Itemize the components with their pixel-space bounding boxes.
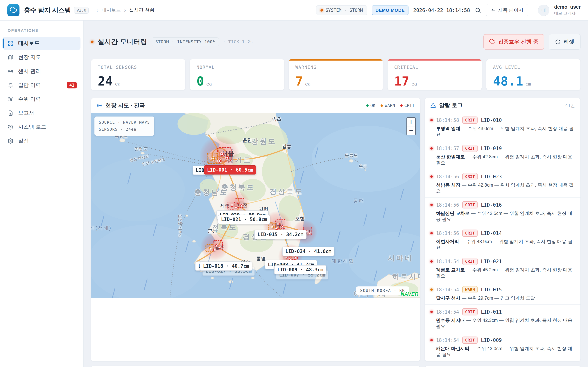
stat-accent-bar	[289, 59, 383, 60]
alarm-level-badge: CRIT	[462, 230, 477, 237]
sidebar-item[interactable]: 수위 이력	[3, 92, 80, 106]
map-place-label: 독도	[358, 163, 367, 169]
sensor-tooltip[interactable]: LID-018 · 40.7cm	[200, 261, 252, 271]
sensor-pin-icon	[220, 152, 224, 156]
sensor-tooltip[interactable]: LID-021 · 50.8cm	[218, 215, 270, 224]
map-source-line: SOURCE · NAVER MAPS	[99, 119, 150, 126]
alarm-entry[interactable]: 18:14:57 CRIT LID-019 둔산 한밭대로— 수위 42.8cm…	[425, 141, 580, 169]
sensor-tooltip[interactable]: LID-024 · 41.0cm	[282, 247, 334, 256]
stat-unit: ea	[115, 81, 121, 87]
map-place-label: 연평도	[134, 146, 147, 152]
main-content: 실시간 모니터링 STORM · INTENSITY 100% · TICK 1…	[84, 21, 588, 367]
monitor-header: 실시간 모니터링 STORM · INTENSITY 100% · TICK 1…	[91, 32, 581, 52]
stat-accent-bar	[388, 59, 482, 60]
alarm-time: 18:14:54	[436, 309, 459, 315]
sidebar-item-icon	[8, 41, 13, 46]
alarm-level-badge: CRIT	[462, 258, 477, 265]
sidebar-item-label: 수위 이력	[18, 95, 41, 103]
alarm-entry[interactable]: 18:14:58 CRIT LID-010 부평역 일대— 수위 43.0cm …	[425, 113, 580, 141]
stat-unit: ea	[206, 81, 212, 87]
system-status-label: SYSTEM · STORM	[326, 8, 363, 13]
storm-in-progress-button[interactable]: 집중호우 진행 중	[484, 34, 544, 50]
product-page-button[interactable]: 제품 페이지	[486, 4, 528, 16]
alarm-time: 18:14:57	[436, 146, 459, 151]
trend-panel: 수위 트렌드 · 강남역 교차로 CRIT LID-001 강남역 교차로 서울…	[91, 366, 420, 367]
sensor-pin-icon	[294, 256, 296, 259]
alarm-level-badge: CRIT	[462, 173, 477, 180]
zoom-in-button[interactable]: +	[407, 118, 415, 126]
alarm-message: 둔산 한밭대로— 수위 42.8cm — 위험 임계치 초과, 즉시 현장 대응…	[436, 154, 575, 166]
sensor-tooltip[interactable]: LID-001 · 60.5cm	[204, 165, 256, 175]
sidebar-item-icon	[8, 110, 13, 116]
breadcrumb-current: 실시간 현황	[129, 7, 154, 13]
alarm-entry[interactable]: 18:14:54 CRIT LID-009 해운대 마린시티— 수위 43.0c…	[425, 333, 580, 361]
sidebar-item[interactable]: 대시보드	[3, 37, 80, 50]
alarm-sensor-id: LID-011	[481, 309, 502, 315]
sensor-pin-icon	[277, 223, 280, 225]
alarm-location: 부평역 일대	[436, 126, 460, 131]
alarm-location: 하남산단 교차로	[436, 211, 469, 216]
sensor-pin-icon	[211, 156, 216, 161]
map-place-label: 인천항-제주도	[178, 214, 183, 238]
sidebar-item-icon	[8, 124, 13, 130]
stat-cards: TOTAL SENSORS 24 ea NORMAL 0 ea WARNING	[91, 59, 581, 90]
alarm-sensor-id: LID-019	[481, 146, 502, 151]
stat-value: 24	[98, 74, 113, 88]
alarm-level-dot	[430, 204, 433, 206]
map-place-label: 히로시마	[392, 272, 420, 281]
alarm-location: 계룡로 교차로	[436, 267, 465, 272]
reset-button[interactable]: 리셋	[549, 34, 581, 50]
alarm-entry[interactable]: 18:14:56 CRIT LID-016 하남산단 교차로— 수위 42.5c…	[425, 198, 580, 226]
map-place-label: 속초	[272, 116, 282, 122]
map-place-label: 경상북도	[269, 187, 303, 196]
legend-item: OK	[366, 103, 376, 108]
sensor-pin-icon	[215, 244, 218, 247]
sidebar-item[interactable]: 보고서	[3, 106, 80, 120]
zoom-out-button[interactable]: −	[407, 126, 415, 135]
alarm-entry[interactable]: 18:14:54 CRIT LID-021 계룡로 교차로— 수위 45.2cm…	[425, 254, 580, 282]
map-panel: 현장 지도 · 전국 OK WARN	[91, 98, 420, 361]
sidebar-item[interactable]: 현장 지도	[3, 51, 80, 64]
live-dot	[91, 41, 94, 43]
alarm-entry[interactable]: 18:14:56 CRIT LID-014 이현사거리— 수위 43.9cm —…	[425, 226, 580, 254]
alarm-level-badge: CRIT	[462, 145, 477, 152]
chevron-right-icon: ›	[124, 7, 126, 13]
sidebar-item-icon	[8, 55, 13, 60]
sensor-pin-icon	[237, 201, 240, 204]
breadcrumb-dashboard[interactable]: 대시보드	[102, 7, 121, 13]
korea-map[interactable]: 속초 백령도 춘천 강원도 강릉 연평도 울릉도 독도	[91, 113, 420, 298]
stat-unit: ea	[411, 81, 417, 87]
legend-label: CRIT	[405, 103, 415, 108]
divider	[533, 6, 533, 15]
stat-card: WARNING 7 ea	[289, 59, 383, 90]
alarm-level-dot	[430, 339, 433, 341]
arrow-left-icon	[491, 8, 496, 13]
sidebar-item[interactable]: 알람 이력 41	[3, 79, 80, 92]
stat-card: CRITICAL 17 ea	[387, 59, 482, 90]
alarm-time: 18:14:56	[436, 174, 459, 179]
alarm-level-badge: WARN	[462, 286, 477, 293]
alarm-sensor-id: LID-016	[481, 202, 502, 208]
version-badge: v2.0	[74, 7, 89, 14]
alarm-location: 이현사거리	[436, 239, 459, 244]
alarm-level-badge: CRIT	[462, 337, 477, 344]
sidebar-item[interactable]: 센서 관리	[3, 65, 80, 78]
map-place-label: 통영	[256, 255, 266, 262]
alarm-entry[interactable]: 18:14:54 WARN LID-015 달서구 성서— 수위 29.7cm …	[425, 282, 580, 305]
sensor-tooltip[interactable]: LID-009 · 48.3cm	[274, 265, 326, 274]
sidebar-item-icon	[8, 68, 13, 74]
search-icon[interactable]	[475, 7, 481, 13]
sidebar-item[interactable]: 시스템 로그	[3, 120, 80, 133]
status-dot	[320, 9, 323, 12]
alarm-entry[interactable]: 18:14:56 CRIT LID-023 성남동 시장— 수위 42.8cm …	[425, 169, 580, 198]
sensor-tooltip[interactable]: LID-015 · 34.2cm	[254, 230, 306, 239]
stat-card: NORMAL 0 ea	[190, 59, 284, 90]
alarm-sensor-id: LID-009	[481, 337, 502, 343]
alarm-entry[interactable]: 18:14:54 CRIT LID-011 만수동 저지대— 수위 42.3cm…	[425, 305, 580, 333]
alarm-list[interactable]: 18:14:58 CRIT LID-010 부평역 일대— 수위 43.0cm …	[425, 113, 580, 361]
sidebar-item-label: 설정	[18, 137, 29, 145]
sidebar-item[interactable]: 설정	[3, 134, 80, 148]
alarm-time: 18:14:56	[436, 202, 459, 208]
sensor-pin-icon	[209, 247, 212, 250]
avatar[interactable]: 데	[538, 5, 549, 16]
